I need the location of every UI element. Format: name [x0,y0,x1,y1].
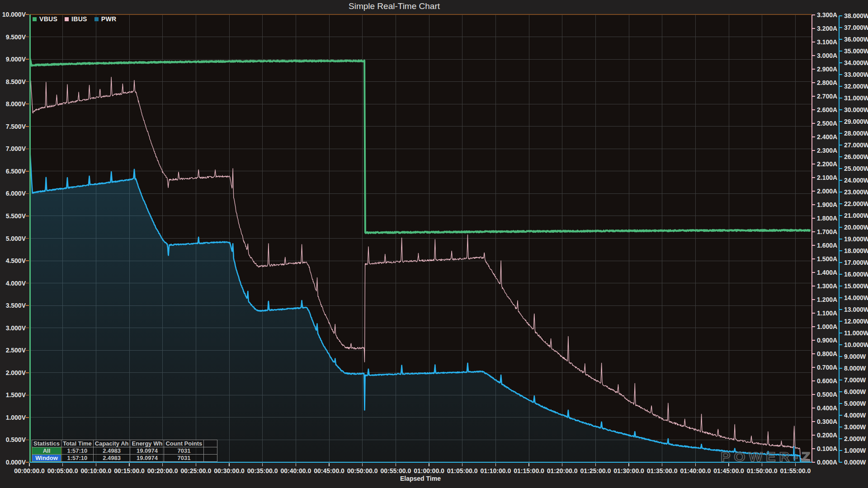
x-tick-label: 01:50:00.0 [747,467,778,474]
legend-label: VBUS [39,15,57,23]
y-tick-label-volts: 8.000V [6,100,26,108]
x-tick-label: 01:45:00.0 [713,467,744,474]
x-tick-label: 00:35:00.0 [247,467,278,474]
y-tick-label-watts: 20.000W [844,224,868,231]
y-tick-label-amps: 0.600A [817,377,837,385]
y-tick-label-volts: 0.500V [6,436,26,443]
y-tick-label-watts: 1.000W [844,447,866,454]
y-tick-label-watts: 21.000W [844,212,868,219]
y-tick-label-amps: 2.400A [817,133,837,141]
y-tick-label-watts: 13.000W [844,306,868,313]
y-tick-label-volts: 5.500V [6,212,26,220]
y-tick-label-watts: 15.000W [844,282,868,290]
legend-item-ibus[interactable]: IBUS [65,15,87,23]
stats-value-cell: 1:57:10 [61,455,94,462]
x-tick-label: 00:45:00.0 [314,467,344,474]
y-tick-label-watts: 28.000W [844,130,868,137]
y-tick-label-amps: 1.700A [817,228,837,235]
y-tick-label-amps: 0.800A [817,350,837,357]
x-tick-label: 01:35:00.0 [647,467,678,474]
stats-header-cell: Capacity Ah [93,440,130,447]
stats-value-cell: 1:57:10 [61,447,94,455]
y-tick-label-amps: 3.200A [817,25,837,32]
chart-canvas: 10.000V9.500V9.000V8.500V8.000V7.500V7.0… [0,0,868,488]
x-tick-label: 01:40:00.0 [680,467,711,474]
legend-item-vbus[interactable]: VBUS [33,15,57,23]
y-tick-label-watts: 25.000W [844,165,868,172]
y-tick-label-watts: 2.000W [844,435,866,442]
stats-header-cell: Count Points [164,440,204,447]
stats-row-window: Window1:57:102.498319.09747031 [32,455,217,462]
y-tick-label-watts: 10.000W [844,341,868,348]
y-tick-label-watts: 35.000W [844,47,868,55]
stats-value-cell: 7031 [164,447,204,455]
y-tick-label-watts: 3.000W [844,423,866,431]
y-tick-label-amps: 1.200A [817,296,837,303]
x-tick-label: 00:55:00.0 [380,467,411,474]
stats-value-cell: 19.0974 [130,455,164,462]
stats-table: StatisticsTotal TimeCapacity AhEnergy Wh… [32,440,217,462]
y-tick-label-volts: 1.000V [6,414,26,421]
x-tick-label: 01:10:00.0 [480,467,511,474]
y-tick-label-amps: 0.200A [817,432,837,439]
legend-item-pwr[interactable]: PWR [94,15,117,23]
y-tick-label-amps: 3.300A [817,11,837,19]
stats-value-cell: 2.4983 [93,455,130,462]
y-tick-label-watts: 34.000W [844,59,868,66]
statistics-table: StatisticsTotal TimeCapacity AhEnergy Wh… [32,440,217,462]
y-tick-label-watts: 19.000W [844,235,868,243]
y-tick-label-volts: 7.000V [6,145,26,152]
y-tick-label-volts: 3.500V [6,302,26,309]
y-tick-label-watts: 36.000W [844,36,868,43]
y-tick-label-volts: 0.000V [6,459,26,466]
y-tick-label-amps: 0.300A [817,418,837,425]
x-tick-label: 01:25:00.0 [580,467,611,474]
y-tick-label-amps: 2.200A [817,160,837,168]
y-tick-label-amps: 0.100A [817,445,837,452]
y-tick-label-volts: 8.500V [6,78,26,85]
ibus-series-swatch-icon [65,17,69,21]
watermark-text-end: Z [802,449,814,464]
x-tick-label: 01:00:00.0 [414,467,444,474]
y-tick-label-watts: 6.000W [844,388,866,395]
y-tick-label-amps: 0.400A [817,404,837,412]
y-tick-label-amps: 0.900A [817,337,837,344]
y-tick-label-volts: 7.500V [6,123,26,130]
y-tick-label-watts: 30.000W [844,106,868,113]
x-tick-label: 00:40:00.0 [280,467,311,474]
legend-label: PWR [101,15,117,23]
y-tick-label-amps: 2.300A [817,147,837,154]
y-tick-label-watts: 38.000W [844,12,868,19]
x-tick-label: 01:05:00.0 [447,467,478,474]
y-tick-label-volts: 5.000V [6,235,26,242]
y-tick-label-watts: 23.000W [844,188,868,196]
y-tick-label-volts: 10.000V [2,11,26,18]
y-tick-label-amps: 0.500A [817,391,837,398]
stats-value-cell: 2.4983 [93,447,130,455]
y-tick-label-amps: 1.100A [817,310,837,317]
watermark-text: POWER- [721,449,802,464]
stats-row-label: All [32,447,61,455]
stats-value-cell: 7031 [164,455,204,462]
vbus-series-swatch-icon [33,17,37,21]
y-tick-label-amps: 2.800A [817,79,837,86]
powerz-watermark: POWER-Z [721,449,814,465]
x-tick-label: 00:15:00.0 [114,467,145,474]
app-window: 10.000V9.500V9.000V8.500V8.000V7.500V7.0… [0,0,868,488]
x-tick-label: 00:00:00.0 [14,467,45,474]
y-tick-label-amps: 0.700A [817,364,837,371]
y-tick-label-watts: 16.000W [844,271,868,278]
x-tick-label: 00:20:00.0 [147,467,178,474]
x-tick-label: 01:55:00.0 [780,467,811,474]
y-tick-label-amps: 0.000A [817,459,837,466]
legend-label: IBUS [71,15,87,23]
y-tick-label-volts: 4.500V [6,257,26,264]
stats-row-all: All1:57:102.498319.09747031 [32,447,217,455]
stats-header-cell: Statistics [32,440,61,447]
y-tick-label-watts: 37.000W [844,24,868,31]
y-tick-label-watts: 8.000W [844,365,866,372]
y-tick-label-volts: 9.500V [6,33,26,41]
x-tick-label: 01:15:00.0 [514,467,544,474]
y-tick-label-amps: 1.400A [817,269,837,276]
y-tick-label-volts: 9.000V [6,56,26,63]
